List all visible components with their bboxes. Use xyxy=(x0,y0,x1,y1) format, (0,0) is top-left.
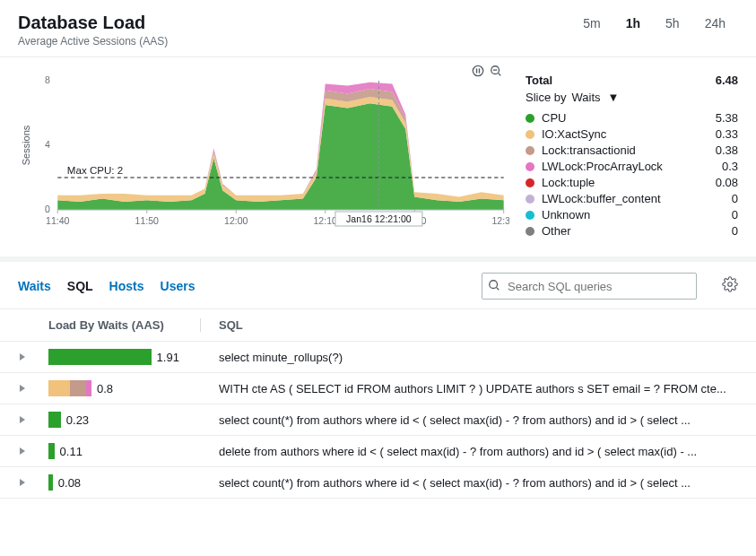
header: Database Load Average Active Sessions (A… xyxy=(0,0,756,57)
load-value: 1.91 xyxy=(157,351,179,364)
tabs: WaitsSQLHostsUsers xyxy=(18,279,195,293)
svg-text:11:40: 11:40 xyxy=(46,216,70,226)
svg-line-29 xyxy=(497,288,500,291)
svg-text:Sessions: Sessions xyxy=(20,125,30,165)
svg-marker-32 xyxy=(20,385,25,392)
chart-panel: 048SessionsMax CPU: 211:4011:5012:0012:1… xyxy=(18,74,509,240)
svg-text:Jan16 12:21:00: Jan16 12:21:00 xyxy=(346,214,412,224)
legend-item[interactable]: Lock:tuple0.08 xyxy=(526,176,738,189)
tab-sql[interactable]: SQL xyxy=(67,279,93,293)
page-title: Database Load xyxy=(18,13,583,33)
legend-label: CPU xyxy=(542,111,716,125)
svg-marker-35 xyxy=(20,479,25,486)
load-bar xyxy=(48,412,61,428)
tab-users[interactable]: Users xyxy=(161,279,196,293)
chevron-down-icon: ▼ xyxy=(608,91,620,104)
svg-text:11:50: 11:50 xyxy=(135,216,160,226)
legend: Total 6.48 Slice by Waits ▼ CPU5.38IO:Xa… xyxy=(509,74,738,240)
load-cell: 0.8 xyxy=(48,380,201,396)
table-head: Load By Waits (AAS) SQL xyxy=(0,308,756,342)
expand-toggle[interactable] xyxy=(18,351,48,364)
legend-total-row: Total 6.48 xyxy=(526,74,738,87)
col-load[interactable]: Load By Waits (AAS) xyxy=(48,318,201,332)
legend-item[interactable]: CPU5.38 xyxy=(526,111,738,125)
svg-marker-33 xyxy=(20,416,25,423)
load-bar xyxy=(48,380,91,396)
legend-value: 0.08 xyxy=(716,176,738,189)
legend-item[interactable]: IO:XactSync0.33 xyxy=(526,127,738,141)
sql-text: select count(*) from authors where id < … xyxy=(201,476,738,490)
range-24h[interactable]: 24h xyxy=(705,16,726,30)
legend-item[interactable]: LWLock:buffer_content0 xyxy=(526,192,738,205)
tab-waits[interactable]: Waits xyxy=(18,279,51,293)
load-chart[interactable]: 048SessionsMax CPU: 211:4011:5012:0012:1… xyxy=(18,74,509,235)
svg-point-28 xyxy=(490,281,498,289)
chart-row: 048SessionsMax CPU: 211:4011:5012:0012:1… xyxy=(0,57,756,249)
legend-item[interactable]: Lock:transactionid0.38 xyxy=(526,143,738,157)
legend-label: Lock:tuple xyxy=(542,176,716,189)
table-row: 0.23select count(*) from authors where i… xyxy=(0,404,756,436)
table-row: 0.11delete from authors where id < ( sel… xyxy=(0,436,756,467)
range-5h[interactable]: 5h xyxy=(665,16,680,30)
col-sql[interactable]: SQL xyxy=(201,318,243,332)
svg-text:4: 4 xyxy=(45,140,50,150)
table-row: 0.8WITH cte AS ( SELECT id FROM authors … xyxy=(0,373,756,404)
svg-point-30 xyxy=(728,282,733,287)
svg-text:12:00: 12:00 xyxy=(224,216,248,226)
legend-value: 0 xyxy=(732,192,738,205)
expand-toggle[interactable] xyxy=(18,476,48,490)
sql-text: select count(*) from authors where id < … xyxy=(201,413,738,427)
table-row: 0.08select count(*) from authors where i… xyxy=(0,467,756,499)
legend-swatch xyxy=(526,211,534,220)
legend-total-value: 6.48 xyxy=(716,74,738,87)
sql-text: select minute_rollups(?) xyxy=(201,351,738,364)
load-value: 0.23 xyxy=(66,413,89,427)
header-left: Database Load Average Active Sessions (A… xyxy=(18,13,583,48)
slice-by-label: Slice by xyxy=(526,91,567,104)
slice-by-select[interactable]: Waits ▼ xyxy=(572,91,620,104)
load-cell: 0.23 xyxy=(48,412,201,428)
gear-icon[interactable] xyxy=(722,276,738,296)
range-1h[interactable]: 1h xyxy=(626,16,640,30)
legend-label: IO:XactSync xyxy=(542,127,716,141)
svg-line-5 xyxy=(499,74,501,76)
load-bar xyxy=(48,443,55,459)
legend-swatch xyxy=(526,178,534,187)
svg-point-0 xyxy=(473,65,482,75)
search-wrap xyxy=(482,273,697,300)
slice-by-row: Slice by Waits ▼ xyxy=(526,91,738,104)
svg-text:0: 0 xyxy=(45,204,50,214)
load-bar xyxy=(48,349,152,365)
expand-toggle[interactable] xyxy=(18,445,48,458)
legend-item[interactable]: LWLock:ProcArrayLock0.3 xyxy=(526,160,738,173)
page-subtitle: Average Active Sessions (AAS) xyxy=(18,35,583,48)
legend-item[interactable]: Other0 xyxy=(526,224,738,238)
range-5m[interactable]: 5m xyxy=(583,16,600,30)
expand-toggle[interactable] xyxy=(18,382,48,395)
load-cell: 1.91 xyxy=(48,349,201,365)
toolbar: WaitsSQLHostsUsers xyxy=(0,256,756,308)
svg-text:Max CPU: 2: Max CPU: 2 xyxy=(67,165,123,176)
sql-text: WITH cte AS ( SELECT id FROM authors LIM… xyxy=(201,382,738,395)
load-bar xyxy=(48,474,53,491)
legend-label: Lock:transactionid xyxy=(542,143,716,157)
legend-item[interactable]: Unknown0 xyxy=(526,208,738,222)
load-cell: 0.11 xyxy=(48,443,201,459)
pause-icon[interactable] xyxy=(472,65,484,81)
expand-toggle[interactable] xyxy=(18,413,48,427)
svg-marker-31 xyxy=(20,353,25,361)
legend-swatch xyxy=(526,162,534,171)
legend-value: 0 xyxy=(732,208,738,222)
tab-hosts[interactable]: Hosts xyxy=(109,279,144,293)
search-icon xyxy=(488,279,500,295)
legend-value: 0.33 xyxy=(716,127,738,141)
time-range-picker: 5m1h5h24h xyxy=(583,13,738,30)
slice-by-value: Waits xyxy=(572,91,601,104)
legend-value: 0.3 xyxy=(722,160,738,173)
chart-controls xyxy=(472,65,502,81)
legend-total-label: Total xyxy=(526,74,552,87)
legend-swatch xyxy=(526,227,534,236)
search-input[interactable] xyxy=(482,273,697,300)
zoom-out-icon[interactable] xyxy=(490,65,502,81)
legend-swatch xyxy=(526,146,534,155)
